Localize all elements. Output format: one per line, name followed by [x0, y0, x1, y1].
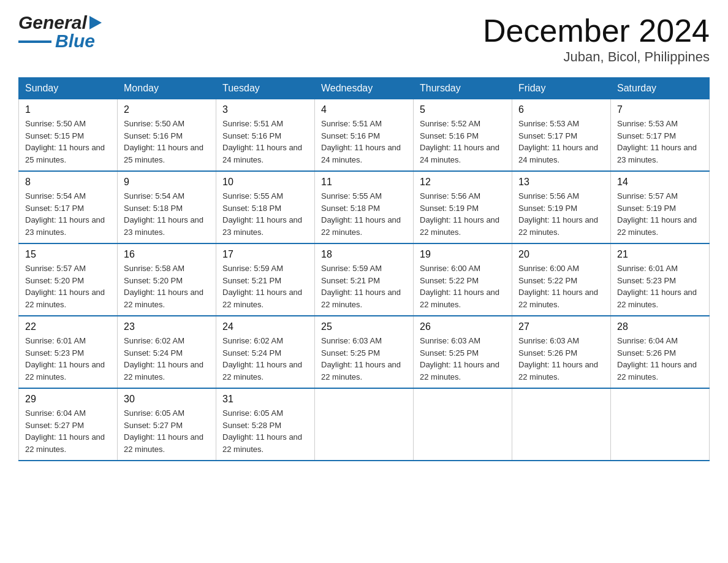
day-number: 19: [420, 249, 506, 260]
day-number: 30: [124, 394, 210, 405]
calendar-header-row: SundayMondayTuesdayWednesdayThursdayFrid…: [19, 78, 710, 99]
day-number: 9: [124, 177, 210, 188]
calendar-day-cell: 28 Sunrise: 6:04 AMSunset: 5:26 PMDaylig…: [611, 316, 710, 388]
calendar-day-cell: 14 Sunrise: 5:57 AMSunset: 5:19 PMDaylig…: [611, 171, 710, 243]
day-info: Sunrise: 5:52 AMSunset: 5:16 PMDaylight:…: [420, 119, 499, 164]
day-number: 16: [124, 249, 210, 260]
page-header: General Blue December 2024 Juban, Bicol,…: [18, 12, 710, 65]
day-number: 20: [518, 249, 604, 260]
day-info: Sunrise: 5:54 AMSunset: 5:17 PMDaylight:…: [25, 191, 105, 237]
calendar-day-header: Wednesday: [315, 78, 414, 99]
calendar-day-cell: 18 Sunrise: 5:59 AMSunset: 5:21 PMDaylig…: [315, 243, 414, 316]
day-info: Sunrise: 5:53 AMSunset: 5:17 PMDaylight:…: [617, 119, 697, 164]
calendar-week-row: 29 Sunrise: 6:04 AMSunset: 5:27 PMDaylig…: [19, 388, 710, 461]
calendar-day-cell: 11 Sunrise: 5:55 AMSunset: 5:18 PMDaylig…: [315, 171, 414, 243]
month-title: December 2024: [483, 12, 710, 49]
day-info: Sunrise: 6:03 AMSunset: 5:25 PMDaylight:…: [321, 336, 401, 381]
calendar-day-cell: 26 Sunrise: 6:03 AMSunset: 5:25 PMDaylig…: [414, 316, 512, 388]
day-number: 23: [124, 321, 210, 332]
logo-blue-text: Blue: [55, 31, 95, 52]
calendar-day-cell: 12 Sunrise: 5:56 AMSunset: 5:19 PMDaylig…: [414, 171, 512, 243]
calendar-day-cell: 15 Sunrise: 5:57 AMSunset: 5:20 PMDaylig…: [19, 243, 118, 316]
day-number: 6: [518, 104, 604, 115]
calendar-day-cell: 25 Sunrise: 6:03 AMSunset: 5:25 PMDaylig…: [315, 316, 414, 388]
day-info: Sunrise: 5:51 AMSunset: 5:16 PMDaylight:…: [222, 119, 302, 164]
day-info: Sunrise: 6:01 AMSunset: 5:23 PMDaylight:…: [617, 264, 697, 309]
day-number: 21: [617, 249, 703, 260]
day-info: Sunrise: 5:53 AMSunset: 5:17 PMDaylight:…: [518, 119, 598, 164]
calendar-day-cell: 20 Sunrise: 6:00 AMSunset: 5:22 PMDaylig…: [512, 243, 611, 316]
logo-blue-bar: [18, 40, 51, 43]
calendar-day-cell: 10 Sunrise: 5:55 AMSunset: 5:18 PMDaylig…: [216, 171, 315, 243]
calendar-day-cell: 29 Sunrise: 6:04 AMSunset: 5:27 PMDaylig…: [19, 388, 118, 461]
day-number: 4: [321, 104, 407, 115]
calendar-day-cell: 22 Sunrise: 6:01 AMSunset: 5:23 PMDaylig…: [19, 316, 118, 388]
day-number: 28: [617, 321, 703, 332]
day-number: 29: [25, 394, 111, 405]
day-info: Sunrise: 5:56 AMSunset: 5:19 PMDaylight:…: [518, 191, 598, 237]
day-info: Sunrise: 5:50 AMSunset: 5:15 PMDaylight:…: [25, 119, 105, 164]
day-number: 14: [617, 177, 703, 188]
day-info: Sunrise: 6:04 AMSunset: 5:27 PMDaylight:…: [25, 408, 105, 454]
day-info: Sunrise: 5:54 AMSunset: 5:18 PMDaylight:…: [124, 191, 203, 237]
day-number: 11: [321, 177, 407, 188]
day-info: Sunrise: 5:57 AMSunset: 5:20 PMDaylight:…: [25, 264, 105, 309]
day-number: 3: [222, 104, 308, 115]
calendar-week-row: 1 Sunrise: 5:50 AMSunset: 5:15 PMDayligh…: [19, 99, 710, 172]
calendar-day-cell: 5 Sunrise: 5:52 AMSunset: 5:16 PMDayligh…: [414, 99, 512, 172]
calendar-day-cell: 31 Sunrise: 6:05 AMSunset: 5:28 PMDaylig…: [216, 388, 315, 461]
location-title: Juban, Bicol, Philippines: [483, 49, 710, 65]
calendar-day-cell: 27 Sunrise: 6:03 AMSunset: 5:26 PMDaylig…: [512, 316, 611, 388]
svg-marker-0: [89, 16, 102, 29]
day-info: Sunrise: 6:02 AMSunset: 5:24 PMDaylight:…: [222, 336, 302, 381]
calendar-day-cell: 21 Sunrise: 6:01 AMSunset: 5:23 PMDaylig…: [611, 243, 710, 316]
calendar-table: SundayMondayTuesdayWednesdayThursdayFrid…: [18, 77, 710, 461]
calendar-day-cell: 6 Sunrise: 5:53 AMSunset: 5:17 PMDayligh…: [512, 99, 611, 172]
calendar-day-cell: 4 Sunrise: 5:51 AMSunset: 5:16 PMDayligh…: [315, 99, 414, 172]
day-number: 17: [222, 249, 308, 260]
calendar-day-cell: 8 Sunrise: 5:54 AMSunset: 5:17 PMDayligh…: [19, 171, 118, 243]
day-number: 15: [25, 249, 111, 260]
day-info: Sunrise: 5:59 AMSunset: 5:21 PMDaylight:…: [222, 264, 302, 309]
day-number: 26: [420, 321, 506, 332]
day-info: Sunrise: 6:02 AMSunset: 5:24 PMDaylight:…: [124, 336, 203, 381]
day-number: 12: [420, 177, 506, 188]
day-info: Sunrise: 6:04 AMSunset: 5:26 PMDaylight:…: [617, 336, 697, 381]
calendar-day-cell: 30 Sunrise: 6:05 AMSunset: 5:27 PMDaylig…: [118, 388, 216, 461]
day-number: 8: [25, 177, 111, 188]
calendar-day-cell: 13 Sunrise: 5:56 AMSunset: 5:19 PMDaylig…: [512, 171, 611, 243]
day-info: Sunrise: 5:50 AMSunset: 5:16 PMDaylight:…: [124, 119, 203, 164]
day-info: Sunrise: 6:00 AMSunset: 5:22 PMDaylight:…: [420, 264, 499, 309]
calendar-day-cell: 24 Sunrise: 6:02 AMSunset: 5:24 PMDaylig…: [216, 316, 315, 388]
day-number: 2: [124, 104, 210, 115]
day-number: 7: [617, 104, 703, 115]
title-block: December 2024 Juban, Bicol, Philippines: [483, 12, 710, 65]
day-number: 5: [420, 104, 506, 115]
calendar-day-cell: 1 Sunrise: 5:50 AMSunset: 5:15 PMDayligh…: [19, 99, 118, 172]
calendar-day-header: Monday: [118, 78, 216, 99]
calendar-day-header: Thursday: [414, 78, 512, 99]
day-info: Sunrise: 5:57 AMSunset: 5:19 PMDaylight:…: [617, 191, 697, 237]
day-info: Sunrise: 6:00 AMSunset: 5:22 PMDaylight:…: [518, 264, 598, 309]
calendar-day-cell: [315, 388, 414, 461]
day-info: Sunrise: 6:03 AMSunset: 5:25 PMDaylight:…: [420, 336, 499, 381]
day-info: Sunrise: 5:51 AMSunset: 5:16 PMDaylight:…: [321, 119, 401, 164]
day-number: 24: [222, 321, 308, 332]
day-info: Sunrise: 5:55 AMSunset: 5:18 PMDaylight:…: [222, 191, 302, 237]
calendar-day-header: Tuesday: [216, 78, 315, 99]
calendar-week-row: 22 Sunrise: 6:01 AMSunset: 5:23 PMDaylig…: [19, 316, 710, 388]
day-info: Sunrise: 6:03 AMSunset: 5:26 PMDaylight:…: [518, 336, 598, 381]
calendar-day-cell: 23 Sunrise: 6:02 AMSunset: 5:24 PMDaylig…: [118, 316, 216, 388]
logo-general-text: General: [18, 12, 87, 33]
logo: General Blue: [18, 12, 102, 52]
day-number: 27: [518, 321, 604, 332]
day-info: Sunrise: 5:55 AMSunset: 5:18 PMDaylight:…: [321, 191, 401, 237]
day-number: 18: [321, 249, 407, 260]
calendar-day-cell: [611, 388, 710, 461]
calendar-day-cell: 17 Sunrise: 5:59 AMSunset: 5:21 PMDaylig…: [216, 243, 315, 316]
logo-arrow-icon: [89, 16, 102, 32]
day-info: Sunrise: 6:05 AMSunset: 5:27 PMDaylight:…: [124, 408, 203, 454]
calendar-day-cell: 19 Sunrise: 6:00 AMSunset: 5:22 PMDaylig…: [414, 243, 512, 316]
day-number: 31: [222, 394, 308, 405]
calendar-day-cell: 2 Sunrise: 5:50 AMSunset: 5:16 PMDayligh…: [118, 99, 216, 172]
